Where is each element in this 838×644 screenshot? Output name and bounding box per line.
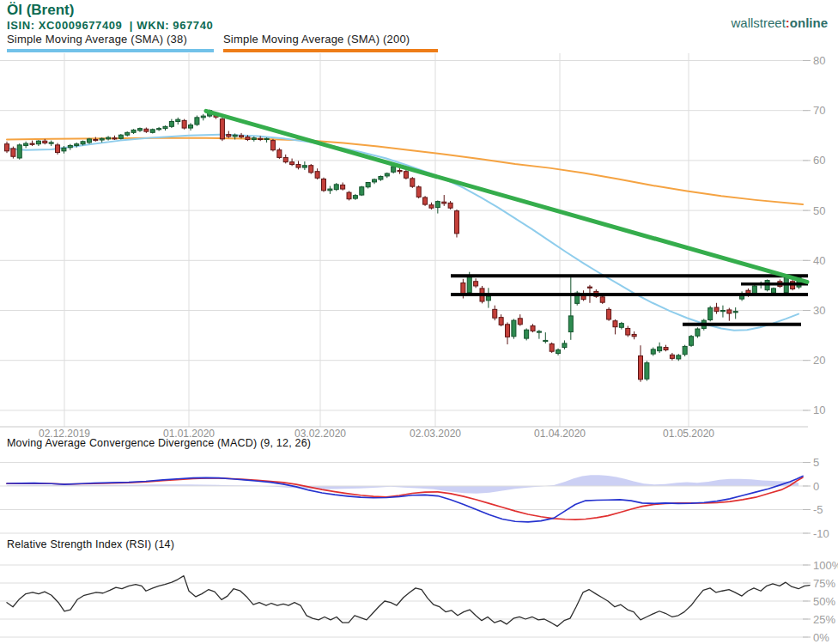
candle	[62, 148, 66, 150]
candle	[334, 185, 338, 190]
candle	[658, 347, 662, 351]
svg-text:100%: 100%	[813, 559, 838, 572]
candle	[733, 312, 738, 313]
candle	[695, 329, 700, 336]
candle	[550, 343, 554, 351]
candle	[619, 324, 623, 328]
svg-text:03.02.2020: 03.02.2020	[295, 428, 346, 440]
candle	[373, 179, 377, 182]
candle	[137, 129, 142, 131]
candle	[176, 119, 180, 121]
candle	[568, 316, 573, 332]
candle	[56, 145, 60, 153]
candle	[474, 282, 478, 286]
candle	[556, 349, 561, 353]
candle	[442, 202, 446, 204]
candle	[341, 185, 345, 189]
candle	[169, 122, 173, 127]
candle	[264, 138, 269, 139]
svg-text:75%: 75%	[813, 577, 835, 590]
candle	[771, 289, 775, 293]
candle	[328, 189, 332, 191]
candle	[587, 287, 592, 288]
candle	[252, 138, 256, 140]
candle	[600, 297, 604, 302]
candle	[525, 330, 529, 338]
candle	[714, 307, 719, 312]
candle	[43, 141, 47, 143]
candle	[392, 167, 396, 172]
svg-text:25%: 25%	[813, 613, 835, 626]
svg-text:02.03.2020: 02.03.2020	[410, 428, 461, 440]
candle	[677, 355, 681, 359]
sma38-line	[7, 135, 799, 331]
candle	[626, 328, 630, 335]
candle	[106, 137, 111, 139]
candle	[506, 325, 510, 337]
svg-text:80: 80	[813, 54, 825, 67]
candle	[404, 172, 408, 179]
candle	[448, 203, 452, 208]
candle	[163, 126, 167, 128]
candle	[720, 311, 725, 312]
candle	[727, 310, 732, 313]
svg-text:0%: 0%	[813, 631, 829, 644]
candle	[36, 141, 40, 143]
candle	[49, 143, 53, 143]
candle	[613, 321, 617, 327]
candle	[670, 355, 674, 358]
candle	[125, 132, 130, 135]
macd-grid: 50-5-10	[0, 456, 829, 540]
candle	[220, 119, 224, 139]
candle	[322, 179, 326, 190]
candle	[543, 340, 548, 341]
candle	[5, 144, 9, 151]
candle	[664, 348, 668, 350]
candle	[518, 319, 522, 325]
candle	[416, 187, 421, 197]
candle	[246, 137, 250, 140]
svg-text:50: 50	[813, 204, 825, 217]
candle	[461, 283, 465, 293]
candle	[486, 296, 490, 301]
candle	[360, 187, 364, 195]
candle	[144, 129, 149, 131]
candle	[467, 276, 471, 292]
candle	[689, 337, 694, 345]
main-grid: 8070605040302010	[0, 53, 825, 427]
candle	[283, 157, 288, 161]
svg-text:01.04.2020: 01.04.2020	[534, 428, 586, 440]
candle	[683, 346, 687, 354]
candle	[195, 118, 199, 125]
candle	[645, 363, 649, 380]
candle	[353, 196, 357, 198]
svg-text:60: 60	[813, 154, 825, 167]
svg-text:02.12.2019: 02.12.2019	[39, 428, 90, 440]
svg-text:01.05.2020: 01.05.2020	[663, 428, 714, 440]
candle	[398, 171, 402, 172]
candle	[81, 142, 85, 144]
svg-text:40: 40	[813, 254, 825, 267]
candle	[296, 165, 301, 167]
candle	[315, 172, 319, 179]
candle	[17, 145, 21, 158]
candle	[270, 141, 275, 150]
candle	[562, 343, 567, 348]
svg-text:-5: -5	[813, 503, 823, 516]
candle	[366, 183, 370, 187]
svg-text:50%: 50%	[813, 595, 835, 608]
candle	[651, 349, 655, 354]
candle	[11, 149, 15, 156]
candle	[537, 331, 541, 332]
candle	[429, 205, 434, 208]
candle	[112, 138, 117, 139]
candle	[454, 211, 458, 234]
price-chart-canvas: 807060504030201002.12.201901.01.202003.0…	[0, 0, 838, 644]
candle	[258, 138, 263, 139]
svg-text:01.01.2020: 01.01.2020	[163, 428, 215, 440]
svg-text:10: 10	[813, 404, 825, 416]
candle	[347, 192, 351, 199]
support-resistance-lines	[451, 276, 808, 324]
candle	[233, 135, 237, 137]
candle	[131, 130, 136, 132]
